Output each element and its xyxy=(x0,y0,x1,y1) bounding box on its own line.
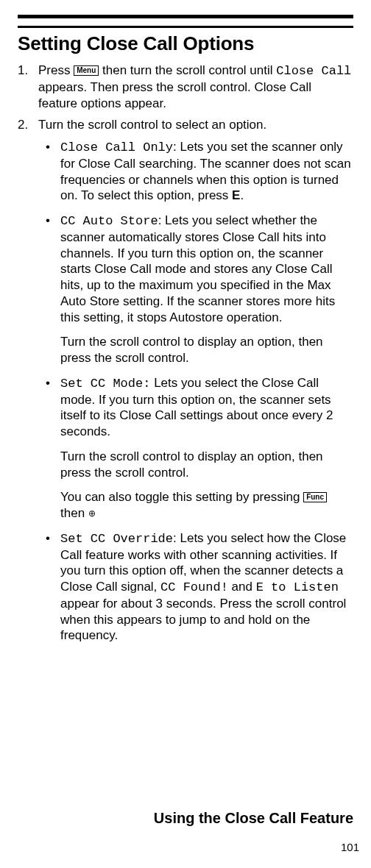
bullet-mark: • xyxy=(46,213,60,325)
page-heading: Setting Close Call Options xyxy=(18,32,353,55)
bullet-mark: • xyxy=(46,139,60,204)
sub-para-3: Turn the scroll control to display an op… xyxy=(60,449,353,481)
step-1: 1. Press Menu then turn the scroll contr… xyxy=(18,63,353,111)
bullet-mark: • xyxy=(46,530,60,644)
step-1-num: 1. xyxy=(18,63,38,111)
step-2: 2. Turn the scroll control to select an … xyxy=(18,117,353,133)
bullet-set-cc-mode: • Set CC Mode: Lets you select the Close… xyxy=(46,375,353,440)
b1-after: . xyxy=(240,188,244,202)
b2-text: : Lets you select whether the scanner au… xyxy=(60,213,335,324)
b4-code3: E to Listen xyxy=(256,580,339,594)
step-2-num: 2. xyxy=(18,117,38,133)
b4-code2: CC Found! xyxy=(160,580,228,594)
bullet-mark: • xyxy=(46,375,60,440)
b1-code: Close Call Only xyxy=(60,140,173,154)
sub-para-2: Turn the scroll control to display an op… xyxy=(60,334,353,366)
bullet-body: Close Call Only: Lets you set the scanne… xyxy=(60,139,353,204)
func-button-label: Func xyxy=(303,492,327,502)
step-1-pre: Press xyxy=(38,63,74,77)
bullet-set-cc-override: • Set CC Override: Lets you select how t… xyxy=(46,530,353,644)
top-rule-thick xyxy=(18,15,353,18)
top-rule-thin xyxy=(18,26,353,28)
bullet-body: Set CC Override: Lets you select how the… xyxy=(60,530,353,644)
b4-text3: appear for about 3 seconds. Press the sc… xyxy=(60,597,346,643)
sub3b-mid: then xyxy=(60,506,88,520)
bullet-body: Set CC Mode: Lets you select the Close C… xyxy=(60,375,353,440)
close-call-icon: ⊕ xyxy=(88,508,96,519)
b4-text2: and xyxy=(228,580,256,594)
step-1-post: appears. Then press the scroll control. … xyxy=(38,80,311,110)
b2-code: CC Auto Store xyxy=(60,214,158,228)
b1-bold-e: E xyxy=(232,188,240,202)
menu-button-label: Menu xyxy=(74,65,99,76)
page-number: 101 xyxy=(341,841,359,853)
bullet-cc-auto-store: • CC Auto Store: Lets you select whether… xyxy=(46,213,353,325)
sub3b-pre: You can also toggle this setting by pres… xyxy=(60,490,303,504)
step-1-body: Press Menu then turn the scroll control … xyxy=(38,63,353,111)
step-1-mid: then turn the scroll control until xyxy=(99,63,276,77)
step-1-code: Close Call xyxy=(276,64,351,78)
step-2-body: Turn the scroll control to select an opt… xyxy=(38,117,353,133)
b3-code: Set CC Mode: xyxy=(60,377,150,391)
b4-code: Set CC Override xyxy=(60,532,173,546)
sub-para-3b: You can also toggle this setting by pres… xyxy=(60,489,353,522)
bullet-body: CC Auto Store: Lets you select whether t… xyxy=(60,213,353,325)
footer-section-title: Using the Close Call Feature xyxy=(154,810,353,827)
bullet-close-call-only: • Close Call Only: Lets you set the scan… xyxy=(46,139,353,204)
